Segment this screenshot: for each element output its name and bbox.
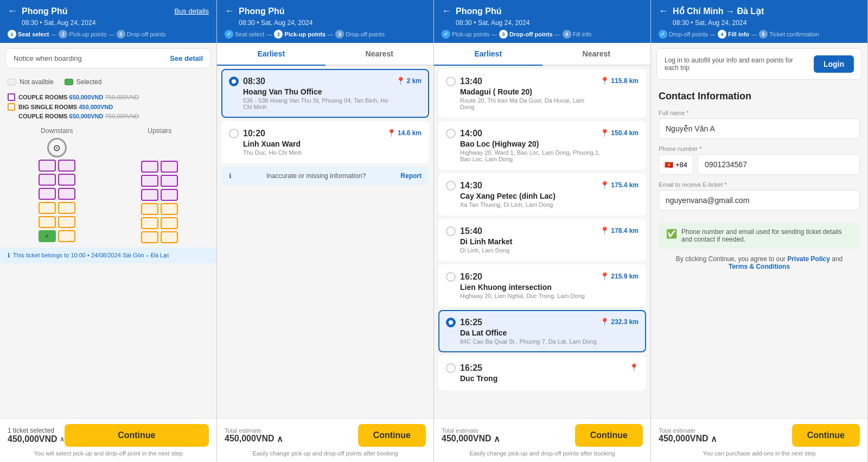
dropoff-radio-3[interactable] <box>446 226 456 236</box>
p4-step1-num: ✓ <box>659 30 667 39</box>
seat-d12[interactable] <box>58 230 75 242</box>
report-link[interactable]: Report <box>400 172 422 180</box>
panel3-header: ← Phong Phú 08:30 • Sat, Aug 24, 2024 ✓ … <box>434 0 650 43</box>
panel-dropoff: ← Phong Phú 08:30 • Sat, Aug 24, 2024 ✓ … <box>434 0 651 462</box>
seat-u11[interactable] <box>141 231 158 243</box>
phone-row: 🇻🇳 +84 <box>659 154 860 175</box>
pickup-stop-0[interactable]: 08:30 Hoang Van Thu Office 536 - 538 Hoa… <box>221 69 429 118</box>
email-field: Email to receive E-ticket * <box>659 181 860 211</box>
seat-d3[interactable] <box>39 174 56 186</box>
seat-u4[interactable] <box>161 175 178 187</box>
dropoff-radio-2[interactable] <box>446 181 456 191</box>
seat-d6[interactable] <box>58 188 75 200</box>
panel-fill-info: ← Hồ Chí Minh → Đà Lạt 08:30 • Sat, Aug … <box>651 0 868 462</box>
dropoff-name-5: Da Lat Office <box>460 328 597 337</box>
see-detail-link[interactable]: See detail <box>170 54 203 62</box>
seat-u6[interactable] <box>161 189 178 201</box>
seat-d10[interactable] <box>58 216 75 228</box>
dropoff-stop-2[interactable]: 14:30 Cay Xang Petec (dinh Lac) Xa Tan T… <box>438 173 646 216</box>
panel3-continue-button[interactable]: Continue <box>575 424 643 447</box>
seat-u9[interactable] <box>141 217 158 229</box>
dropoff-stop-3[interactable]: 15:40 Di Linh Market Di Linh, Lam Dong 📍… <box>438 219 646 261</box>
p3-step2-num: 3 <box>499 30 508 39</box>
panel3-chevron[interactable]: ∧ <box>494 434 500 444</box>
phone-input[interactable] <box>698 154 860 175</box>
check-circle-icon: ✅ <box>666 229 677 239</box>
dropoff-stop-5[interactable]: 16:25 Da Lat Office 84C Cao Ba Quat St ,… <box>438 310 646 352</box>
panel2-continue-button[interactable]: Continue <box>358 424 426 447</box>
seat-d5[interactable] <box>39 188 56 200</box>
panel4-est-label: Total estimate <box>659 427 717 434</box>
private-policy-link[interactable]: Private Policy <box>787 255 830 263</box>
floors-container: Downstairs ⊙ <box>0 123 216 248</box>
seat-d7[interactable] <box>39 202 56 214</box>
dropoff-time-4: 16:20 <box>460 272 585 282</box>
seat-u1[interactable] <box>141 161 158 173</box>
tab-nearest-p3[interactable]: Nearest <box>542 43 651 65</box>
panel2-price: 450,000VND <box>225 434 275 444</box>
seat-u10[interactable] <box>161 217 178 229</box>
dropoff-stop-4[interactable]: 16:20 Lien Khuong intersection Highway 2… <box>438 264 646 307</box>
seat-d1[interactable] <box>39 160 56 172</box>
seat-d2[interactable] <box>58 160 75 172</box>
p4-step3: 5 Ticket confirmation <box>759 30 819 39</box>
pickup-addr-1: Thu Duc, Ho Chi Minh <box>243 149 302 156</box>
tab-earliest-p3[interactable]: Earliest <box>434 43 542 66</box>
seat-d11[interactable]: ✓ <box>39 230 56 242</box>
dropoff-stop-1[interactable]: 14:00 Bao Loc (Highway 20) Highway 20, W… <box>438 121 646 170</box>
dropoff-radio-4[interactable] <box>446 272 456 282</box>
p2-step2-num: 2 <box>274 30 283 39</box>
tab-earliest-p2[interactable]: Earliest <box>217 43 326 66</box>
seat-u5[interactable] <box>141 189 158 201</box>
p2-step3-num: 3 <box>335 30 344 39</box>
price-chevron[interactable]: ∧ <box>60 435 65 443</box>
pickup-stop-1[interactable]: 10:20 Linh Xuan Ward Thu Duc, Ho Chi Min… <box>221 121 429 163</box>
back-arrow-icon[interactable]: ← <box>8 5 17 17</box>
panel2-back-arrow[interactable]: ← <box>225 5 234 17</box>
dropoff-stop-0[interactable]: 13:40 Madagui ( Route 20) Route 20, Thi … <box>438 69 646 118</box>
full-name-input[interactable] <box>659 118 860 139</box>
seat-d9[interactable] <box>39 216 56 228</box>
pickup-name-1: Linh Xuan Ward <box>243 140 302 148</box>
tab-nearest-p2[interactable]: Nearest <box>326 43 434 65</box>
seat-u2[interactable] <box>161 161 178 173</box>
panel3-trip-info: 08:30 • Sat, Aug 24, 2024 <box>456 19 643 27</box>
panel4-continue-button[interactable]: Continue <box>792 424 860 447</box>
terms-conditions-link[interactable]: Terms & Conditions <box>729 263 790 270</box>
seat-u3[interactable] <box>141 175 158 187</box>
dropoff-radio-0[interactable] <box>446 77 456 86</box>
panel4-back-arrow[interactable]: ← <box>659 5 668 17</box>
p2-step1-label: Seat select <box>235 31 264 37</box>
login-bar-text: Log in to autofill your info and earn po… <box>665 56 807 72</box>
p4-step2: 4 Fill info <box>718 30 749 39</box>
dropoff-radio-6[interactable] <box>446 363 456 373</box>
seat-u7[interactable] <box>141 203 158 215</box>
dropoff-stop-6[interactable]: 16:25 Duc Trong 📍 <box>438 356 646 390</box>
dropoff-radio-1[interactable] <box>446 129 456 138</box>
phone-flag[interactable]: 🇻🇳 +84 <box>659 154 693 175</box>
panel1-continue-button[interactable]: Continue <box>65 424 209 447</box>
single-room-name: BIG SINGLE ROOMS <box>18 104 77 110</box>
downstairs-floor: Downstairs ⊙ <box>8 127 106 243</box>
dropoff-radio-5[interactable] <box>446 318 456 327</box>
panel2-est-label: Total estimate <box>225 427 283 434</box>
purple-room-box <box>8 93 15 101</box>
login-button[interactable]: Login <box>814 55 854 73</box>
email-input[interactable] <box>659 190 860 211</box>
panel4-chevron[interactable]: ∧ <box>711 434 717 444</box>
panel3-tabs: Earliest Nearest <box>434 43 650 66</box>
full-name-field: Full name * <box>659 110 860 139</box>
seat-d8[interactable] <box>58 202 75 214</box>
seat-u8[interactable] <box>161 203 178 215</box>
seat-d4[interactable] <box>58 174 75 186</box>
bus-details-link[interactable]: Bus details <box>174 7 209 15</box>
pickup-radio-0[interactable] <box>229 77 239 86</box>
couple-room-name: COUPLE ROOMS <box>18 94 67 100</box>
p4-step1-label: Drop-off points <box>669 31 708 37</box>
panel2-chevron[interactable]: ∧ <box>277 434 283 444</box>
pickup-radio-1[interactable] <box>229 129 239 138</box>
extra-room-price: 650,000VND <box>69 113 104 119</box>
panel3-steps: ✓ Pick-up points — 3 Drop-off points — 4… <box>442 30 643 39</box>
seat-u12[interactable] <box>161 231 178 243</box>
panel3-back-arrow[interactable]: ← <box>442 5 451 17</box>
